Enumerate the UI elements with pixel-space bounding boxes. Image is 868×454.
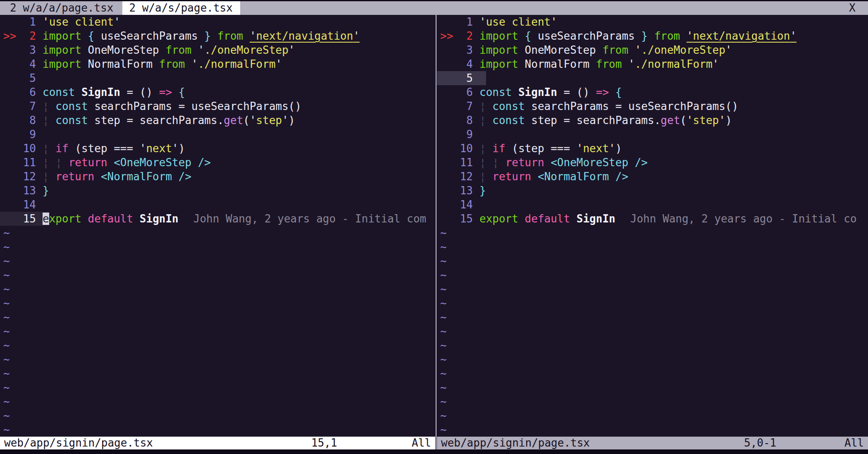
- code-line[interactable]: 7¦ const searchParams = useSearchParams(…: [0, 99, 435, 113]
- code-line[interactable]: 9: [437, 127, 868, 141]
- code-line[interactable]: 1'use client': [0, 15, 435, 29]
- empty-buffer-line[interactable]: ~: [437, 380, 868, 394]
- empty-buffer-line[interactable]: ~: [437, 394, 868, 409]
- code-line[interactable]: 6const SignIn = () => {: [0, 85, 435, 99]
- empty-buffer-line[interactable]: ~: [437, 310, 868, 324]
- gutter: 11: [0, 155, 43, 170]
- line-content[interactable]: const SignIn = () => {: [479, 85, 868, 99]
- empty-buffer-line[interactable]: ~: [437, 324, 868, 338]
- line-content[interactable]: ¦ ¦ return <OneMoreStep />: [43, 155, 435, 170]
- empty-buffer-line[interactable]: ~: [0, 254, 435, 268]
- code-line[interactable]: 6const SignIn = () => {: [437, 85, 868, 99]
- code-line[interactable]: 10¦ if (step === 'next'): [437, 141, 868, 155]
- code-line[interactable]: 15export default SignInJohn Wang, 2 year…: [437, 212, 868, 226]
- empty-buffer-line[interactable]: ~: [437, 338, 868, 352]
- code-line[interactable]: 9: [0, 127, 435, 141]
- code-line[interactable]: 4import NormalForm from './normalForm': [0, 57, 435, 71]
- code-line[interactable]: >>2import { useSearchParams } from 'next…: [437, 29, 868, 43]
- code-line[interactable]: >>2import { useSearchParams } from 'next…: [0, 29, 435, 43]
- editor-buffer-left[interactable]: 1'use client'>>2import { useSearchParams…: [0, 15, 435, 437]
- code-line[interactable]: 12¦ return <NormalForm />: [437, 170, 868, 184]
- empty-buffer-line[interactable]: ~: [0, 352, 435, 366]
- code-line[interactable]: 13}: [437, 184, 868, 198]
- line-number: 8: [453, 113, 473, 127]
- empty-buffer-line[interactable]: ~: [0, 268, 435, 282]
- empty-buffer-line[interactable]: ~: [0, 423, 435, 437]
- code-line[interactable]: 4import NormalForm from './normalForm': [437, 57, 868, 71]
- code-line[interactable]: 12¦ return <NormalForm />: [0, 170, 435, 184]
- empty-buffer-line[interactable]: ~: [0, 366, 435, 380]
- empty-buffer-line[interactable]: ~: [0, 324, 435, 338]
- code-line[interactable]: 11¦ ¦ return <OneMoreStep />: [437, 155, 868, 170]
- code-line[interactable]: 13}: [0, 184, 435, 198]
- empty-buffer-line[interactable]: ~: [0, 380, 435, 394]
- empty-buffer-line[interactable]: ~: [0, 282, 435, 296]
- line-content[interactable]: ¦ ¦ return <OneMoreStep />: [479, 155, 868, 170]
- line-content[interactable]: [43, 198, 435, 212]
- tab-page-s-active[interactable]: 2 w/a/s/page.tsx: [122, 1, 240, 15]
- empty-buffer-line[interactable]: ~: [437, 226, 868, 240]
- line-content[interactable]: export default SignInJohn Wang, 2 years …: [43, 212, 435, 226]
- line-content[interactable]: 'use client': [43, 15, 435, 29]
- code-line[interactable]: 3import OneMoreStep from './oneMoreStep': [0, 43, 435, 57]
- line-content[interactable]: import OneMoreStep from './oneMoreStep': [479, 43, 868, 57]
- empty-buffer-line[interactable]: ~: [437, 352, 868, 366]
- empty-buffer-line[interactable]: ~: [0, 240, 435, 254]
- empty-buffer-line[interactable]: ~: [437, 296, 868, 310]
- line-content[interactable]: 'use client': [479, 15, 868, 29]
- line-content[interactable]: ¦ if (step === 'next'): [479, 141, 868, 155]
- line-content[interactable]: [479, 71, 868, 85]
- command-line[interactable]: [0, 449, 868, 454]
- empty-buffer-line[interactable]: ~: [437, 282, 868, 296]
- line-content[interactable]: [479, 198, 868, 212]
- line-content[interactable]: ¦ if (step === 'next'): [43, 141, 435, 155]
- code-line[interactable]: 5: [437, 71, 868, 85]
- line-content[interactable]: import NormalForm from './normalForm': [43, 57, 435, 71]
- code-line[interactable]: 1'use client': [437, 15, 868, 29]
- code-line[interactable]: 14: [437, 198, 868, 212]
- line-content[interactable]: ¦ const step = searchParams.get('step'): [479, 113, 868, 127]
- code-line[interactable]: 11¦ ¦ return <OneMoreStep />: [0, 155, 435, 170]
- empty-buffer-line[interactable]: ~: [437, 409, 868, 423]
- line-content[interactable]: ¦ const step = searchParams.get('step'): [43, 113, 435, 127]
- window-separator[interactable]: [435, 15, 437, 449]
- empty-buffer-line[interactable]: ~: [437, 254, 868, 268]
- code-line[interactable]: 5: [0, 71, 435, 85]
- code-line[interactable]: 15export default SignInJohn Wang, 2 year…: [0, 212, 435, 226]
- code-line[interactable]: 14: [0, 198, 435, 212]
- code-line[interactable]: 10¦ if (step === 'next'): [0, 141, 435, 155]
- empty-buffer-line[interactable]: ~: [0, 226, 435, 240]
- line-content[interactable]: [479, 127, 868, 141]
- editor-buffer-right[interactable]: 1'use client'>>2import { useSearchParams…: [437, 15, 868, 437]
- empty-buffer-line[interactable]: ~: [0, 310, 435, 324]
- line-content[interactable]: import { useSearchParams } from 'next/na…: [43, 29, 435, 43]
- line-content[interactable]: import { useSearchParams } from 'next/na…: [479, 29, 868, 43]
- tab-page-a[interactable]: 2 w/a/a/page.tsx: [0, 1, 119, 15]
- line-content[interactable]: [43, 71, 435, 85]
- code-line[interactable]: 8¦ const step = searchParams.get('step'): [437, 113, 868, 127]
- code-line[interactable]: 8¦ const step = searchParams.get('step'): [0, 113, 435, 127]
- line-content[interactable]: ¦ return <NormalForm />: [43, 170, 435, 184]
- line-content[interactable]: ¦ return <NormalForm />: [479, 170, 868, 184]
- string-quote: ': [479, 16, 486, 28]
- empty-buffer-line[interactable]: ~: [0, 394, 435, 409]
- line-content[interactable]: const SignIn = () => {: [43, 85, 435, 99]
- empty-buffer-line[interactable]: ~: [437, 268, 868, 282]
- line-content[interactable]: ¦ const searchParams = useSearchParams(): [479, 99, 868, 113]
- line-content[interactable]: }: [43, 184, 435, 198]
- empty-buffer-line[interactable]: ~: [0, 296, 435, 310]
- empty-buffer-line[interactable]: ~: [437, 366, 868, 380]
- code-line[interactable]: 7¦ const searchParams = useSearchParams(…: [437, 99, 868, 113]
- line-content[interactable]: export default SignInJohn Wang, 2 years …: [479, 212, 868, 226]
- empty-buffer-line[interactable]: ~: [0, 338, 435, 352]
- line-content[interactable]: }: [479, 184, 868, 198]
- line-content[interactable]: import OneMoreStep from './oneMoreStep': [43, 43, 435, 57]
- empty-buffer-line[interactable]: ~: [437, 423, 868, 437]
- line-content[interactable]: import NormalForm from './normalForm': [479, 57, 868, 71]
- empty-buffer-line[interactable]: ~: [437, 240, 868, 254]
- code-line[interactable]: 3import OneMoreStep from './oneMoreStep': [437, 43, 868, 57]
- line-content[interactable]: [43, 127, 435, 141]
- empty-buffer-line[interactable]: ~: [0, 409, 435, 423]
- line-content[interactable]: ¦ const searchParams = useSearchParams(): [43, 99, 435, 113]
- tab-close-button[interactable]: X: [849, 1, 868, 15]
